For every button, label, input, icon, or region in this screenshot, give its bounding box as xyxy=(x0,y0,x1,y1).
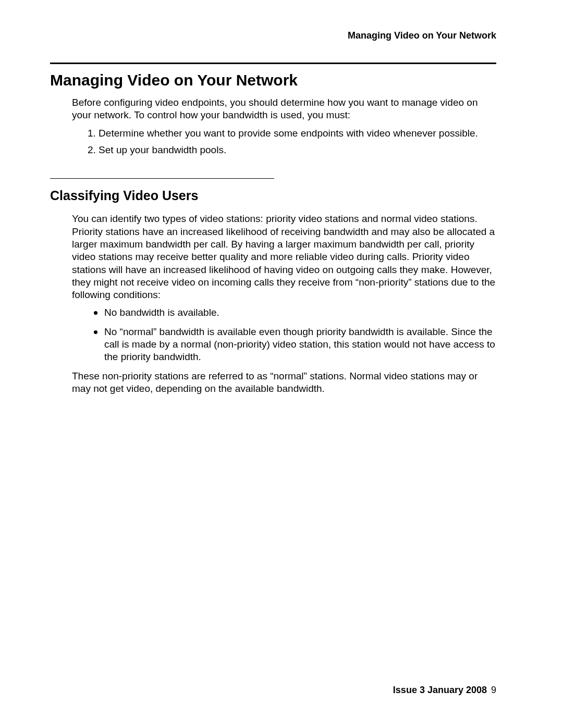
running-header: Managing Video on Your Network xyxy=(348,30,496,41)
subsection-paragraph: You can identify two types of video stat… xyxy=(72,213,496,301)
page-title: Managing Video on Your Network xyxy=(50,71,496,89)
section-rule-thin xyxy=(50,178,274,179)
page-footer: Issue 3 January 20089 xyxy=(393,685,496,696)
closing-paragraph: These non-priority stations are referred… xyxy=(72,370,496,396)
bullet-list: No bandwidth is available. No “normal” b… xyxy=(94,306,496,363)
section-rule-thick xyxy=(50,63,496,64)
list-item: 2. Set up your bandwidth pools. xyxy=(88,144,496,156)
page-number: 9 xyxy=(491,685,496,695)
issue-label: Issue 3 January 2008 xyxy=(393,685,487,695)
section-heading: Classifying Video Users xyxy=(50,188,496,203)
page: Managing Video on Your Network Managing … xyxy=(0,0,563,728)
list-item: No “normal” bandwidth is available even … xyxy=(94,326,496,364)
list-item: 1. Determine whether you want to provide… xyxy=(88,127,496,140)
subsection-block: You can identify two types of video stat… xyxy=(72,213,496,395)
content-area: Managing Video on Your Network Before co… xyxy=(50,63,496,400)
intro-paragraph: Before configuring video endpoints, you … xyxy=(72,96,496,122)
intro-block: Before configuring video endpoints, you … xyxy=(72,96,496,156)
list-item: No bandwidth is available. xyxy=(94,306,496,319)
numbered-list: 1. Determine whether you want to provide… xyxy=(88,127,496,157)
